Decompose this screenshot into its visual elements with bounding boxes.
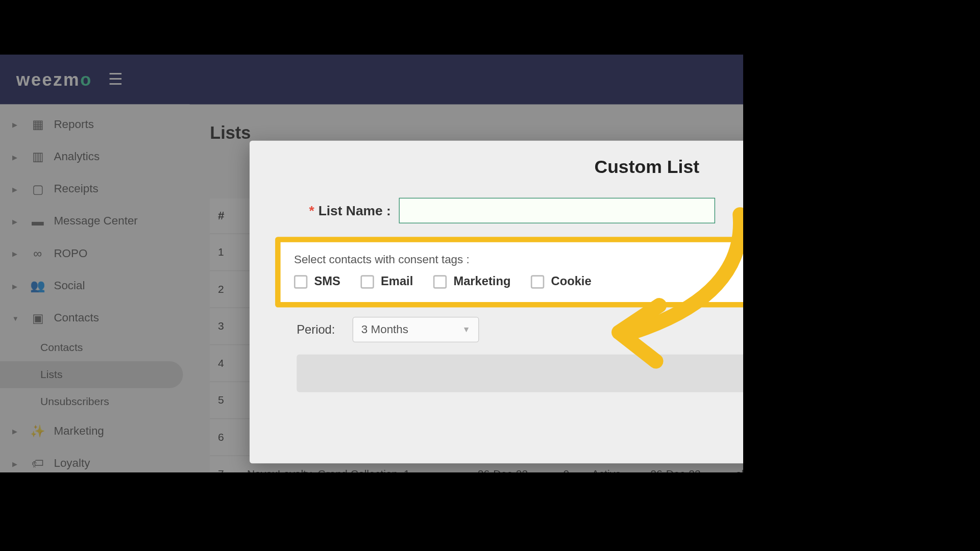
custom-list-modal: Custom List ✕ *List Name : Select contac…: [250, 141, 743, 464]
consent-tags-box: Select contacts with consent tags : SMSE…: [275, 237, 743, 307]
checkbox-label: Email: [381, 274, 413, 289]
period-select[interactable]: 3 Months ▼: [353, 317, 479, 342]
checkbox-label: Marketing: [453, 274, 510, 289]
checkbox[interactable]: [360, 275, 374, 288]
consent-checkbox-cookie[interactable]: Cookie: [531, 274, 592, 289]
period-label: Period:: [297, 322, 335, 337]
rule-builder: ＋Add rule ⊕Add group: [297, 355, 743, 392]
modal-title: Custom List: [594, 157, 699, 178]
checkbox[interactable]: [433, 275, 447, 288]
chevron-down-icon: ▼: [462, 325, 471, 334]
list-name-label: *List Name :: [297, 203, 391, 218]
consent-checkbox-sms[interactable]: SMS: [294, 274, 340, 289]
list-name-input[interactable]: [399, 198, 715, 223]
checkbox-label: Cookie: [551, 274, 592, 289]
consent-checkbox-email[interactable]: Email: [360, 274, 413, 289]
checkbox-label: SMS: [314, 274, 340, 289]
period-value: 3 Months: [361, 323, 408, 336]
checkbox[interactable]: [294, 275, 307, 288]
consent-tags-title: Select contacts with consent tags :: [294, 253, 743, 266]
checkbox[interactable]: [531, 275, 544, 288]
consent-checkbox-marketing[interactable]: Marketing: [433, 274, 511, 289]
